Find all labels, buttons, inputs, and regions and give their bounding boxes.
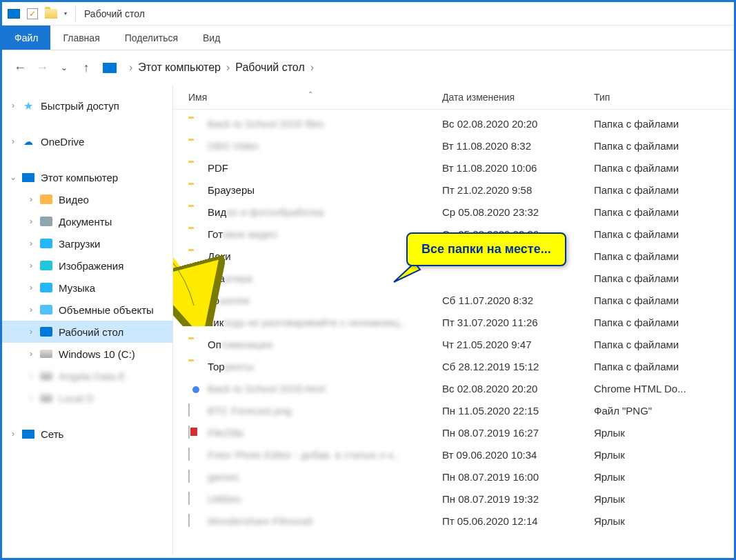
file-type: Папка с файлами [594, 184, 734, 196]
file-name: Готовое видео [208, 228, 277, 240]
file-row[interactable]: FileZillaПн 08.07.2019 16:27Ярлык [173, 421, 734, 443]
chevron-right-icon[interactable]: › [129, 61, 132, 74]
tree-label: Рабочий стол [59, 326, 123, 338]
file-date: Пн 08.07.2019 19:32 [442, 493, 594, 505]
separator [75, 6, 76, 21]
chevron-right-icon[interactable]: › [27, 217, 35, 226]
folder-icon [45, 9, 57, 19]
file-list: Back to School 2020 filesВс 02.08.2020 2… [173, 110, 734, 532]
tree-label: Этот компьютер [41, 172, 118, 183]
file-date: Вт 11.08.2020 8:32 [442, 140, 594, 152]
tree-this-pc[interactable]: ⌄ Этот компьютер [2, 166, 172, 188]
file-row[interactable]: Back to School 2020 filesВс 02.08.2020 2… [173, 112, 734, 134]
tree-item-объемные-объекты[interactable]: ›Объемные объекты [2, 299, 172, 321]
tree-item-видео[interactable]: ›Видео [2, 188, 172, 210]
chevron-right-icon[interactable]: › [27, 283, 35, 292]
up-button[interactable]: ↑ [75, 57, 97, 79]
chevron-right-icon[interactable]: › [27, 327, 35, 337]
tree-item-музыка[interactable]: ›Музыка [2, 277, 172, 299]
file-row[interactable]: BTC Forecast.pngПн 11.05.2020 22:15Файл … [173, 399, 734, 421]
checkbox-icon[interactable]: ✓ [27, 8, 42, 19]
file-row[interactable]: КвартираПапка с файлами [173, 267, 734, 289]
file-row[interactable]: никогда не разговаривайте с незнакомц..П… [173, 311, 734, 333]
ribbon-tab-view[interactable]: Вид [190, 26, 232, 50]
file-type: Ярлык [594, 427, 734, 439]
file-type: Папка с файлами [594, 317, 734, 328]
folder-icon [188, 228, 202, 240]
header-type[interactable]: Тип [594, 92, 734, 103]
ribbon-tab-share[interactable]: Поделиться [112, 26, 190, 50]
chrome-icon [188, 382, 202, 394]
item-icon [39, 281, 53, 294]
tree-item-windows-10-c-[interactable]: ›Windows 10 (C:) [2, 343, 172, 365]
chevron-right-icon[interactable]: › [27, 239, 35, 248]
file-name: games [208, 471, 239, 483]
window-title: Рабочий стол [84, 8, 145, 19]
tree-label: Изображения [59, 260, 123, 272]
file-name: FileZilla [208, 427, 243, 439]
qat-dropdown-icon[interactable]: ▾ [64, 10, 67, 17]
ribbon-tab-home[interactable]: Главная [50, 26, 112, 50]
breadcrumb[interactable]: › Этот компьютер › Рабочий стол › [103, 61, 319, 74]
column-headers: Имя ⌃ Дата изменения Тип [173, 85, 734, 110]
recent-dropdown-icon[interactable]: ⌄ [53, 57, 75, 79]
file-row[interactable]: Back to School 2020.htmlВс 02.08.2020 20… [173, 377, 734, 399]
file-row[interactable]: Видео и фотообработкаСр 05.08.2020 23:32… [173, 201, 734, 223]
header-date[interactable]: Дата изменения [442, 92, 594, 103]
png-icon [188, 404, 202, 417]
file-row[interactable]: Wondershare Filmora9Пт 05.06.2020 12:14Я… [173, 510, 734, 532]
ribbon-tab-file[interactable]: Файл [2, 26, 50, 50]
file-name: Видео и фотообработка [208, 206, 324, 218]
breadcrumb-item[interactable]: Этот компьютер [138, 61, 221, 74]
tree-item-рабочий-стол[interactable]: ›Рабочий стол [2, 321, 172, 343]
file-date: Ср 05.08.2020 23:32 [442, 206, 594, 218]
chevron-right-icon[interactable]: › [27, 305, 35, 314]
file-row[interactable]: PDFВт 11.08.2020 10:06Папка с файлами [173, 157, 734, 179]
tree-item-документы[interactable]: ›Документы [2, 210, 172, 232]
file-name: OBS Video [208, 140, 259, 152]
header-name[interactable]: Имя ⌃ [173, 92, 442, 103]
folder-icon [188, 139, 202, 152]
breadcrumb-item[interactable]: Рабочий стол [235, 61, 304, 74]
chevron-right-icon[interactable]: › [9, 429, 17, 439]
item-icon [39, 259, 53, 272]
chevron-right-icon[interactable]: › [9, 137, 17, 146]
lnk-multi-icon [188, 448, 202, 461]
chevron-right-icon[interactable]: › [310, 61, 314, 74]
tree-item-загрузки[interactable]: ›Загрузки [2, 232, 172, 254]
file-row[interactable]: КошелекСб 11.07.2020 8:32Папка с файлами [173, 289, 734, 311]
file-name: BTC Forecast.png [208, 405, 292, 417]
tree-quick-access[interactable]: › ★ Быстрый доступ [2, 94, 172, 117]
tree-label: Быстрый доступ [41, 100, 119, 112]
tree-item-blurred[interactable]: ›Angela Data E [2, 365, 172, 387]
file-row[interactable]: Fotor Photo Editor - добав. в статью о к… [173, 443, 734, 466]
chevron-right-icon[interactable]: › [27, 261, 35, 270]
file-date: Сб 11.07.2020 8:32 [442, 294, 594, 306]
file-name: Utilities [208, 493, 241, 505]
forward-button[interactable]: → [31, 57, 53, 79]
folder-icon [188, 161, 202, 174]
item-icon [39, 348, 53, 360]
file-date: Пт 31.07.2020 11:26 [442, 317, 594, 328]
file-row[interactable]: ТоррентыСб 28.12.2019 15:12Папка с файла… [173, 355, 734, 377]
item-icon [39, 326, 53, 338]
content: › ★ Быстрый доступ › ☁ OneDrive ⌄ Этот к… [2, 85, 734, 555]
chevron-right-icon[interactable]: › [226, 61, 230, 74]
tree-item-blurred[interactable]: ›Local D [2, 387, 172, 409]
file-row[interactable]: UtilitiesПн 08.07.2019 19:32Ярлык [173, 488, 734, 510]
tree-onedrive[interactable]: › ☁ OneDrive [2, 130, 172, 152]
chevron-right-icon[interactable]: › [9, 101, 17, 110]
back-button[interactable]: ← [9, 57, 31, 79]
tree-item-изображения[interactable]: ›Изображения [2, 254, 172, 277]
chevron-right-icon[interactable]: › [27, 194, 35, 204]
chevron-right-icon[interactable]: › [27, 349, 35, 359]
file-row[interactable]: ОптимизацияЧт 21.05.2020 9:47Папка с фай… [173, 333, 734, 355]
chevron-down-icon[interactable]: ⌄ [9, 172, 17, 182]
file-date: Сб 28.12.2019 15:12 [442, 361, 594, 372]
title-bar: ✓ ▾ Рабочий стол [2, 2, 734, 26]
file-row[interactable]: gamesПн 08.07.2019 16:00Ярлык [173, 466, 734, 488]
tree-network[interactable]: › Сеть [2, 423, 172, 445]
file-row[interactable]: OBS VideoВт 11.08.2020 8:32Папка с файла… [173, 134, 734, 157]
sort-asc-icon: ⌃ [308, 90, 313, 98]
file-row[interactable]: БраузерыПт 21.02.2020 9:58Папка с файлам… [173, 179, 734, 201]
